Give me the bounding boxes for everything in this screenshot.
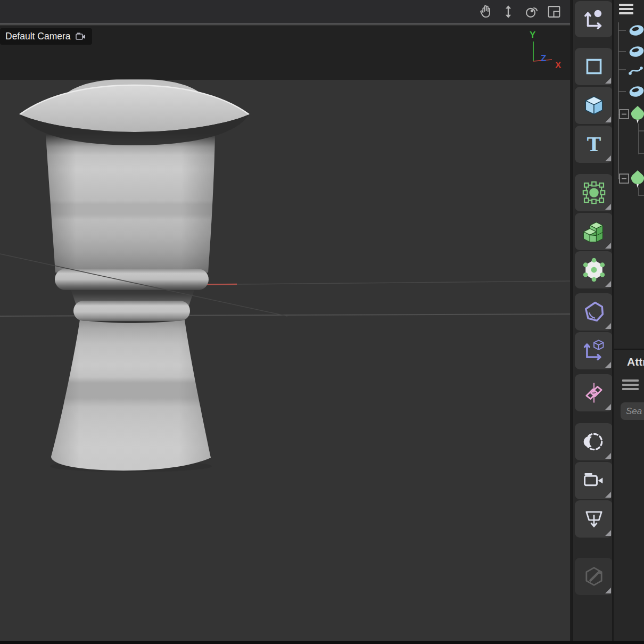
object-item-spline[interactable] (629, 67, 643, 75)
svg-text:T: T (587, 134, 601, 155)
object-item-torus[interactable] (629, 24, 644, 37)
axis-x-label: X (555, 60, 562, 70)
submenu-indicator (605, 323, 611, 329)
volume-builder-icon (581, 219, 607, 244)
submenu-indicator (605, 492, 611, 498)
tree-collapse-toggle[interactable] (620, 174, 629, 183)
submenu-indicator (605, 453, 611, 459)
dolly-zoom-icon[interactable] (499, 3, 518, 21)
spline-deformer-icon (581, 299, 607, 325)
camera-label-chip[interactable]: Default Camera (0, 28, 92, 45)
viewport-canvas[interactable]: Default Camera Y Z X (0, 26, 570, 641)
object-item-torus[interactable] (629, 85, 644, 98)
panel-divider (614, 349, 644, 350)
tree-collapse-toggle[interactable] (620, 110, 629, 119)
submenu-indicator (605, 530, 611, 536)
rectangle-spline-tool-button[interactable] (575, 48, 613, 85)
text-tool-icon: T (582, 132, 606, 156)
object-manager-panel: Attr Sea (612, 0, 644, 641)
generator-gear-icon (581, 257, 607, 283)
stage-floor-icon (581, 506, 607, 532)
material-edit-button[interactable] (575, 558, 613, 595)
cube-primitive-icon (582, 93, 606, 118)
submenu-indicator (605, 78, 611, 84)
submenu-indicator (605, 588, 611, 593)
object-tree (614, 0, 644, 213)
axis-y-label: Y (530, 30, 536, 40)
attributes-search-input[interactable]: Sea (621, 402, 644, 420)
camera-object-button[interactable] (575, 462, 613, 499)
pan-hand-icon[interactable] (476, 3, 495, 21)
camera-small-icon (76, 32, 86, 41)
axis-cube-tool-button[interactable] (575, 332, 613, 369)
spline-deformer-button[interactable] (575, 293, 613, 331)
volume-builder-button[interactable] (575, 213, 613, 250)
subdivision-surface-button[interactable] (575, 174, 613, 211)
submenu-indicator (605, 155, 611, 161)
move-axis-icon (582, 7, 606, 31)
axis-z-label: Z (541, 53, 546, 63)
submenu-indicator (605, 362, 611, 368)
cube-primitive-tool-button[interactable] (575, 87, 613, 124)
stage-object-button[interactable] (575, 500, 613, 538)
tool-palette: T (572, 0, 612, 641)
object-item-lathe[interactable] (631, 106, 644, 123)
scene-3d-view (0, 26, 570, 641)
submenu-indicator (605, 243, 611, 249)
light-icon (581, 429, 607, 455)
submenu-indicator (605, 404, 611, 410)
move-axis-tool-button[interactable] (575, 1, 613, 37)
subdivision-surface-icon (581, 180, 607, 205)
camera-object-icon (581, 468, 607, 493)
symmetry-icon (581, 380, 607, 406)
maximize-view-icon[interactable] (544, 3, 564, 21)
attributes-menu-icon[interactable] (622, 379, 639, 390)
submenu-indicator (605, 204, 611, 210)
generator-gear-button[interactable] (575, 251, 613, 288)
object-item-lathe[interactable] (631, 170, 644, 188)
app-window: Default Camera Y Z X (0, 0, 644, 644)
window-bottom-edge (0, 641, 644, 644)
search-placeholder-text: Sea (626, 406, 642, 416)
viewport-panel[interactable]: Default Camera Y Z X (0, 0, 570, 641)
rectangle-spline-icon (582, 54, 606, 79)
orbit-rotate-icon[interactable] (522, 3, 541, 21)
object-item-torus[interactable] (629, 45, 644, 59)
camera-label: Default Camera (5, 31, 71, 42)
attributes-panel-title: Attr (627, 356, 644, 368)
submenu-indicator (605, 117, 611, 122)
material-edit-icon (581, 564, 607, 589)
viewport-topbar (0, 0, 570, 24)
model-goblet[interactable] (20, 79, 249, 472)
axis-gizmo: Y Z X (524, 28, 570, 72)
text-tool-button[interactable]: T (575, 126, 613, 163)
axis-cube-icon (581, 338, 607, 364)
submenu-indicator (605, 281, 611, 287)
light-object-button[interactable] (575, 423, 613, 460)
symmetry-tool-button[interactable] (575, 374, 613, 411)
